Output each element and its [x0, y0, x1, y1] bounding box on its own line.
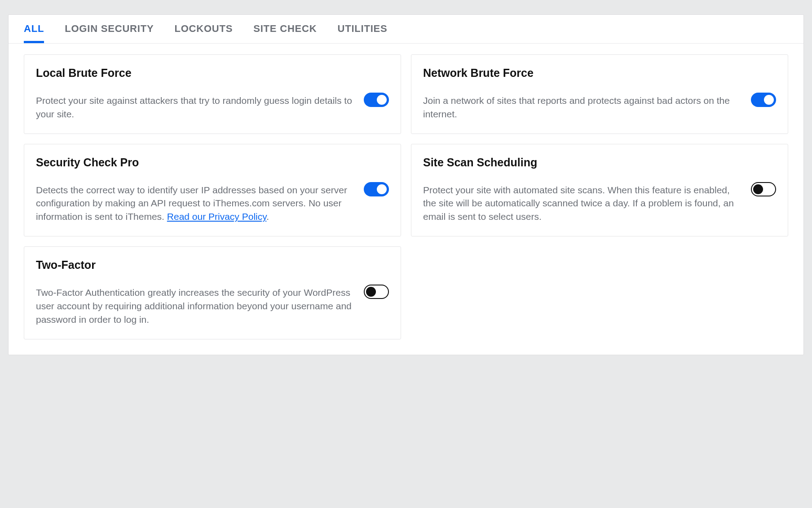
toggle-knob — [377, 95, 387, 105]
card-body: Site Scan Scheduling Protect your site w… — [423, 156, 742, 223]
toggle-site-scan-scheduling[interactable] — [751, 182, 776, 196]
toggle-security-check-pro[interactable] — [364, 182, 389, 196]
toggle-wrap — [751, 156, 776, 198]
privacy-policy-link[interactable]: Read our Privacy Policy — [167, 211, 266, 222]
card-site-scan-scheduling: Site Scan Scheduling Protect your site w… — [411, 144, 788, 236]
card-title: Security Check Pro — [36, 156, 355, 169]
card-local-brute-force: Local Brute Force Protect your site agai… — [24, 54, 401, 134]
tab-lockouts[interactable]: LOCKOUTS — [174, 23, 233, 43]
card-description: Join a network of sites that reports and… — [423, 94, 742, 121]
toggle-wrap — [364, 67, 389, 109]
settings-panel: ALL LOGIN SECURITY LOCKOUTS SITE CHECK U… — [8, 14, 804, 355]
card-title: Local Brute Force — [36, 67, 355, 80]
card-body: Local Brute Force Protect your site agai… — [36, 67, 355, 121]
toggle-wrap — [751, 67, 776, 109]
grid-col-right: Network Brute Force Join a network of si… — [411, 54, 788, 236]
desc-text-after: . — [266, 211, 269, 222]
card-body: Two-Factor Two-Factor Authentication gre… — [36, 258, 355, 326]
card-description: Protect your site with automated site sc… — [423, 183, 742, 223]
card-body: Network Brute Force Join a network of si… — [423, 67, 742, 121]
toggle-knob — [753, 184, 763, 194]
tab-login-security[interactable]: LOGIN SECURITY — [65, 23, 154, 43]
card-description: Detects the correct way to identify user… — [36, 183, 355, 223]
tab-all[interactable]: ALL — [24, 23, 44, 43]
card-security-check-pro: Security Check Pro Detects the correct w… — [24, 144, 401, 236]
toggle-knob — [366, 287, 376, 297]
tab-site-check[interactable]: SITE CHECK — [253, 23, 317, 43]
card-description: Protect your site against attackers that… — [36, 94, 355, 121]
card-description: Two-Factor Authentication greatly increa… — [36, 286, 355, 326]
card-network-brute-force: Network Brute Force Join a network of si… — [411, 54, 788, 134]
card-two-factor: Two-Factor Two-Factor Authentication gre… — [24, 246, 401, 339]
card-body: Security Check Pro Detects the correct w… — [36, 156, 355, 223]
toggle-two-factor[interactable] — [364, 285, 389, 299]
grid-col-left: Local Brute Force Protect your site agai… — [24, 54, 401, 339]
toggle-wrap — [364, 156, 389, 198]
cards-grid: Local Brute Force Protect your site agai… — [9, 44, 803, 355]
tab-utilities[interactable]: UTILITIES — [337, 23, 387, 43]
card-title: Site Scan Scheduling — [423, 156, 742, 169]
card-title: Two-Factor — [36, 258, 355, 272]
toggle-network-brute-force[interactable] — [751, 93, 776, 107]
toggle-local-brute-force[interactable] — [364, 93, 389, 107]
card-title: Network Brute Force — [423, 67, 742, 80]
toggle-knob — [377, 184, 387, 194]
toggle-wrap — [364, 258, 389, 301]
toggle-knob — [764, 95, 774, 105]
tabs-nav: ALL LOGIN SECURITY LOCKOUTS SITE CHECK U… — [9, 15, 803, 44]
